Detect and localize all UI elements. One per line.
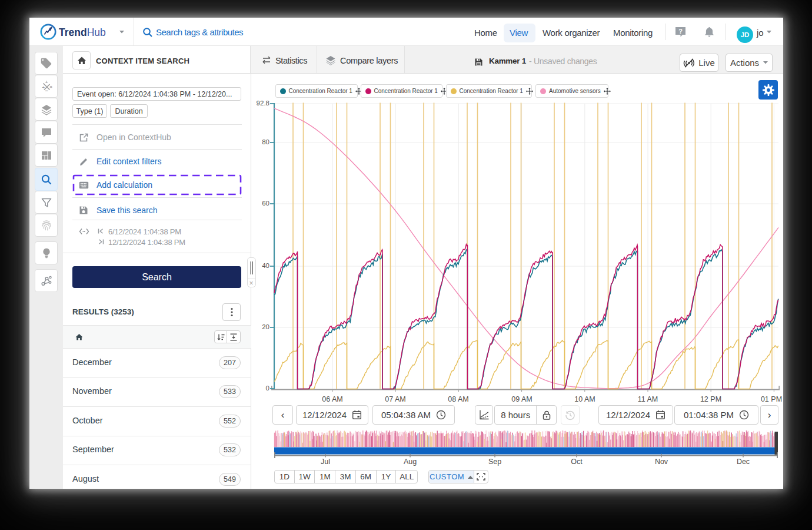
svg-text:−: − <box>45 87 48 93</box>
svg-text:?: ? <box>678 28 683 35</box>
svg-text:×: × <box>49 84 52 90</box>
svg-text:+: + <box>45 80 48 85</box>
